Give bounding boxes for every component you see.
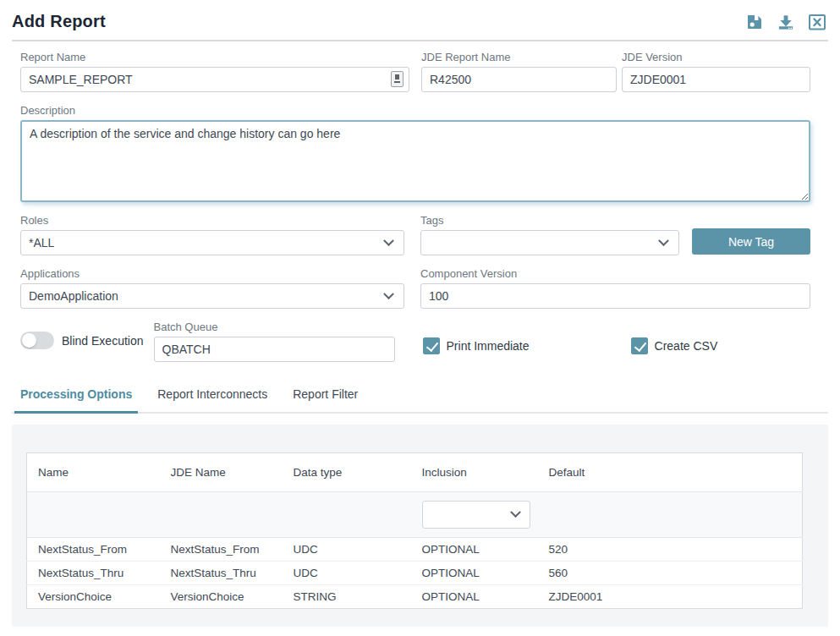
blind-execution-toggle[interactable] (20, 332, 54, 349)
tab-report-filter[interactable]: Report Filter (287, 379, 364, 412)
row-roles-tags: Roles *ALL Tags New Tag (20, 214, 810, 255)
tab-report-interconnects[interactable]: Report Interconnects (151, 379, 273, 412)
tab-bar: Processing Options Report Interconnects … (12, 379, 828, 414)
print-immediate-checkbox[interactable] (423, 337, 440, 354)
row-description: Description A description of the service… (20, 104, 810, 202)
col-header-default: Default (538, 453, 803, 492)
component-version-input[interactable] (420, 283, 810, 309)
chevron-down-icon (383, 288, 394, 299)
create-csv-label: Create CSV (655, 339, 718, 353)
jde-report-name-input[interactable] (421, 67, 617, 92)
tab-processing-options[interactable]: Processing Options (14, 379, 138, 412)
create-csv-checkbox-group[interactable]: Create CSV (631, 337, 718, 354)
report-name-input[interactable] (20, 67, 409, 92)
print-immediate-label: Print Immediate (447, 339, 530, 353)
jde-report-name-label: JDE Report Name (421, 51, 617, 63)
header-actions (745, 13, 826, 31)
col-header-name: Name (27, 453, 160, 492)
header-divider (12, 40, 828, 41)
report-name-label: Report Name (20, 51, 409, 63)
description-textarea[interactable]: A description of the service and change … (20, 120, 810, 202)
print-immediate-checkbox-group[interactable]: Print Immediate (423, 337, 530, 354)
col-header-jde-name: JDE Name (160, 453, 283, 492)
new-tag-button[interactable]: New Tag (692, 228, 810, 255)
description-label: Description (20, 104, 810, 117)
save-icon[interactable] (745, 13, 764, 31)
roles-label: Roles (20, 214, 404, 227)
row-apps-version: Applications DemoApplication Component V… (20, 267, 810, 309)
col-header-data-type: Data type (283, 453, 411, 492)
download-icon[interactable] (777, 13, 795, 31)
batch-queue-input[interactable] (154, 337, 395, 362)
applications-select[interactable]: DemoApplication (20, 283, 404, 309)
jde-version-label: JDE Version (622, 51, 810, 63)
tags-label: Tags (420, 214, 679, 227)
col-header-inclusion: Inclusion (411, 453, 538, 492)
row-execution-options: Blind Execution Batch Queue Print Immedi… (20, 321, 810, 362)
tags-select[interactable] (420, 230, 679, 255)
table-filter-row (27, 492, 803, 538)
table-row[interactable]: NextStatus_Thru NextStatus_Thru UDC OPTI… (27, 562, 803, 585)
table-header-row: Name JDE Name Data type Inclusion Defaul… (27, 453, 803, 492)
jde-version-input[interactable] (622, 67, 810, 92)
header: Add Report (12, 12, 828, 31)
applications-label: Applications (20, 267, 404, 280)
table-row[interactable]: VersionChoice VersionChoice STRING OPTIO… (27, 585, 803, 609)
row-names: Report Name JDE Report Name JDE Version (20, 51, 810, 92)
chevron-down-icon (510, 507, 521, 518)
page-title: Add Report (12, 12, 106, 31)
add-report-form: Add Report (0, 0, 840, 362)
batch-queue-label: Batch Queue (154, 321, 395, 333)
table-row[interactable]: NextStatus_From NextStatus_From UDC OPTI… (27, 538, 803, 562)
processing-options-panel: Name JDE Name Data type Inclusion Defaul… (12, 425, 828, 627)
create-csv-checkbox[interactable] (631, 337, 648, 354)
roles-select[interactable]: *ALL (20, 230, 404, 255)
blind-execution-label: Blind Execution (62, 334, 144, 348)
inclusion-filter-select[interactable] (422, 501, 530, 529)
autofill-icon (391, 71, 404, 87)
blind-execution-toggle-group: Blind Execution (20, 332, 144, 349)
chevron-down-icon (658, 235, 669, 246)
processing-options-table: Name JDE Name Data type Inclusion Defaul… (26, 452, 803, 609)
component-version-label: Component Version (420, 267, 810, 280)
chevron-down-icon (383, 235, 394, 246)
close-icon[interactable] (808, 13, 826, 31)
